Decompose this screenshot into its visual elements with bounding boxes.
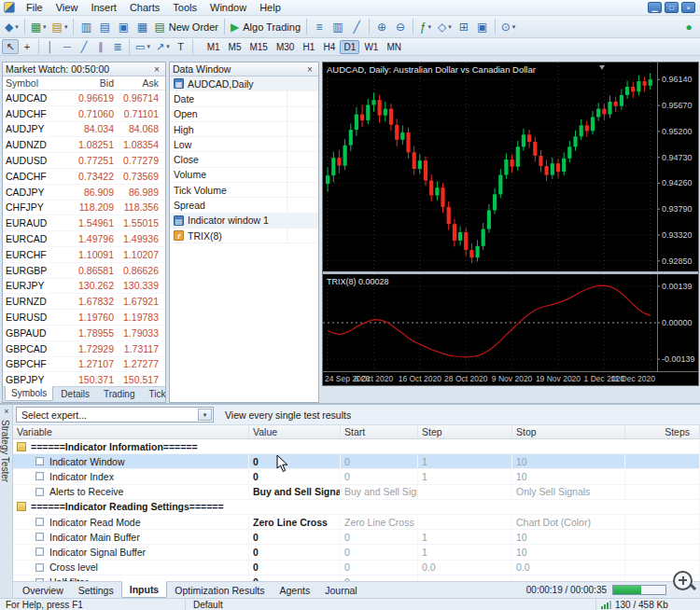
column-steps[interactable]: Steps <box>625 425 700 438</box>
crosshair-button[interactable]: + <box>19 39 35 54</box>
data-window-row[interactable]: Close <box>170 152 318 167</box>
market-watch-tab-tick[interactable]: Tick <box>142 387 166 402</box>
tester-param-row[interactable]: Indicator Main Buffer00110 <box>13 530 700 545</box>
expert-select[interactable]: Select expert... ▾ <box>16 407 214 423</box>
tester-tab-journal[interactable]: Journal <box>317 583 364 598</box>
timeframe-h1[interactable]: H1 <box>299 40 318 54</box>
minimize-button[interactable]: ▁ <box>648 2 662 13</box>
value-cell[interactable]: Zero Line Cross <box>249 515 341 529</box>
row-checkbox[interactable] <box>35 488 44 496</box>
column-stop[interactable]: Stop <box>512 425 625 438</box>
indicators-button[interactable]: ƒ▾ <box>416 18 435 36</box>
market-watch-tab-symbols[interactable]: Symbols <box>5 386 53 401</box>
bar-chart-button[interactable]: ≡ <box>310 18 329 36</box>
tester-tab-inputs[interactable]: Inputs <box>121 581 168 598</box>
data-window-row[interactable]: Volume <box>170 168 318 183</box>
channel-button[interactable]: ∥ <box>92 39 109 54</box>
zoom-button[interactable] <box>673 571 693 590</box>
value-cell[interactable]: 0 <box>249 545 341 559</box>
row-checkbox[interactable] <box>35 548 44 556</box>
objects-button[interactable]: ◇▾ <box>435 18 455 36</box>
zoom-in-button[interactable]: ⊕ <box>372 18 391 36</box>
menu-view[interactable]: View <box>49 1 85 14</box>
maximize-button[interactable]: □ <box>665 2 679 13</box>
tester-param-row[interactable]: Indicator Index00110 <box>13 469 700 484</box>
tester-param-row[interactable]: Indicator Signal Buffer00110 <box>13 545 700 560</box>
value-cell[interactable]: 0 <box>249 469 341 483</box>
data-window-row[interactable]: Tick Volume <box>170 183 318 198</box>
text-button[interactable]: T <box>173 39 189 54</box>
close-button[interactable]: × <box>681 2 695 13</box>
market-watch-row[interactable]: EURNZD1.678321.67921 <box>3 294 165 310</box>
data-window-row[interactable]: ▤Indicator window 1 <box>170 214 318 229</box>
timeframe-m15[interactable]: M15 <box>245 40 271 54</box>
data-window-row[interactable]: Low <box>170 137 318 152</box>
market-watch-toggle[interactable]: ▥ <box>77 18 95 36</box>
profiles-button[interactable]: ▤▾ <box>49 18 71 36</box>
column-value[interactable]: Value <box>249 425 341 438</box>
new-chart-button[interactable]: ▦▾ <box>28 18 49 36</box>
market-watch-row[interactable]: EURGBP0.865810.86626 <box>3 263 165 279</box>
algo-trading-button[interactable]: ▶Algo Trading <box>228 18 303 36</box>
status-profile[interactable]: Default <box>185 600 595 610</box>
tile-windows-button[interactable]: ⊞ <box>455 18 473 36</box>
data-window-toggle[interactable]: ▤ <box>95 18 114 36</box>
market-watch-row[interactable]: GBPCAD1.729291.73117 <box>3 341 165 357</box>
data-window-row[interactable]: Date <box>170 91 318 106</box>
menu-window[interactable]: Window <box>203 1 253 14</box>
row-checkbox[interactable] <box>35 457 44 465</box>
tester-tab-optimization-results[interactable]: Optimization Results <box>167 583 272 598</box>
market-watch-row[interactable]: GBPAUD1.789551.79033 <box>3 326 165 341</box>
timeframe-w1[interactable]: W1 <box>360 40 382 54</box>
market-watch-row[interactable]: AUDJPY84.03484.068 <box>3 122 165 138</box>
toolbox-toggle[interactable]: ▦ <box>133 18 151 36</box>
chart-window[interactable]: 0.961400.956700.952000.947300.942600.937… <box>322 62 699 386</box>
tester-section-row[interactable]: ======Indicator Information====== <box>13 439 700 454</box>
chevron-down-icon[interactable]: ▾ <box>198 409 212 421</box>
market-watch-row[interactable]: EURUSD1.197601.19783 <box>3 310 165 326</box>
data-window-row[interactable]: fTRIX(8) <box>170 229 318 243</box>
market-watch-row[interactable]: EURCAD1.497961.49936 <box>3 231 165 247</box>
market-watch-row[interactable]: EURCHF1.100911.10207 <box>3 247 165 263</box>
data-window-row[interactable]: Open <box>170 107 318 122</box>
navigator-toggle[interactable]: ▣ <box>114 18 133 36</box>
timeframe-h4[interactable]: H4 <box>319 40 339 54</box>
market-watch-tab-details[interactable]: Details <box>54 387 96 402</box>
cascade-windows-button[interactable]: ▣ <box>473 18 492 36</box>
column-symbol[interactable]: Symbol <box>6 77 65 89</box>
value-cell[interactable]: 0 <box>249 454 341 468</box>
timeframe-mn[interactable]: MN <box>383 40 405 54</box>
zoom-out-button[interactable]: ⊖ <box>391 18 410 36</box>
tester-tab-overview[interactable]: Overview <box>15 583 71 598</box>
tester-param-row[interactable]: Cross level000.00.0 <box>13 561 700 575</box>
market-watch-tab-trading[interactable]: Trading <box>97 387 142 402</box>
menu-insert[interactable]: Insert <box>84 1 123 14</box>
tester-tab-settings[interactable]: Settings <box>71 583 121 598</box>
data-window-row[interactable]: Spread <box>170 198 318 213</box>
row-checkbox[interactable] <box>35 518 44 526</box>
row-checkbox[interactable] <box>35 533 44 541</box>
trendline-button[interactable]: ╱ <box>76 39 92 54</box>
data-window-row[interactable]: High <box>170 122 318 137</box>
fibonacci-button[interactable]: ≣ <box>109 39 126 54</box>
menu-help[interactable]: Help <box>253 1 287 14</box>
vertical-line-button[interactable]: │ <box>42 39 59 54</box>
market-watch-row[interactable]: EURAUD1.549611.55015 <box>3 215 165 231</box>
menu-charts[interactable]: Charts <box>123 1 166 14</box>
search-button[interactable]: ⊙▾ <box>498 18 519 36</box>
cursor-button[interactable]: ↖ <box>2 39 19 54</box>
column-variable[interactable]: Variable <box>13 425 249 438</box>
column-start[interactable]: Start <box>341 425 418 438</box>
market-watch-row[interactable]: AUDUSD0.772510.77279 <box>3 153 165 169</box>
market-watch-row[interactable]: CHFJPY118.209118.356 <box>3 201 165 216</box>
market-watch-row[interactable]: AUDCAD0.966190.96714 <box>3 90 165 106</box>
tester-param-row[interactable]: Indicator Read ModeZero Line CrossZero L… <box>13 515 700 530</box>
mt-logo-button[interactable]: ◆▾ <box>2 18 21 36</box>
new-order-button[interactable]: ▤New Order <box>151 18 221 36</box>
market-watch-row[interactable]: GBPCHF1.271071.27277 <box>3 357 165 373</box>
data-window-row[interactable]: ▦AUDCAD,Daily <box>170 76 318 91</box>
close-icon[interactable]: × <box>151 64 162 75</box>
column-bid[interactable]: Bid <box>65 77 118 89</box>
horizontal-line-button[interactable]: ─ <box>59 39 76 54</box>
candlestick-chart-button[interactable]: ▥ <box>329 18 347 36</box>
